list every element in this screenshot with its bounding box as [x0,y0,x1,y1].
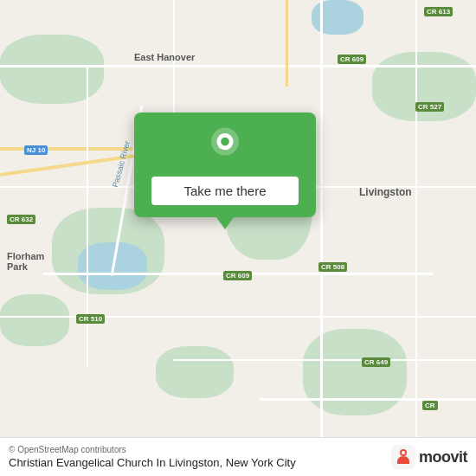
shield-cr508: CR 508 [318,262,347,272]
shield-cr-bottom: CR [422,401,438,410]
shield-cr527: CR 527 [415,102,444,112]
road-h5 [173,359,476,361]
green-area [0,35,104,104]
road-v2 [320,0,323,476]
location-name: Christian Evangelical Church In Livingst… [9,456,391,469]
svg-point-2 [221,138,229,146]
bottom-bar: © OpenStreetMap contributors Christian E… [0,437,476,476]
shield-cr609a: CR 609 [338,55,366,64]
moovit-text: moovit [419,448,467,466]
shield-cr510: CR 510 [76,314,105,324]
water-area [312,0,363,35]
svg-point-5 [402,451,405,454]
road-h1 [0,65,476,68]
shield-cr613: CR 613 [424,7,453,16]
shield-cr632: CR 632 [7,215,35,224]
moovit-icon [391,445,415,469]
moovit-logo: moovit [391,445,467,469]
shield-cr649: CR 649 [362,357,390,367]
osm-attribution: © OpenStreetMap contributors [9,445,391,454]
road-h4 [0,316,476,318]
take-me-there-button[interactable]: Take me there [151,177,299,205]
map-container: East Hanover Livingston FlorhamPark CR 6… [0,0,476,476]
bottom-text: © OpenStreetMap contributors Christian E… [9,445,391,469]
road-h6 [260,398,476,401]
shield-nj10: NJ 10 [24,145,48,155]
location-pin-icon [204,126,246,168]
road-v5 [286,0,288,87]
road-v3 [415,0,417,476]
green-area [0,294,69,346]
shield-cr609b: CR 609 [223,271,252,280]
green-area [156,346,234,398]
popup-card: Take me there [134,113,316,217]
green-area [303,329,407,415]
